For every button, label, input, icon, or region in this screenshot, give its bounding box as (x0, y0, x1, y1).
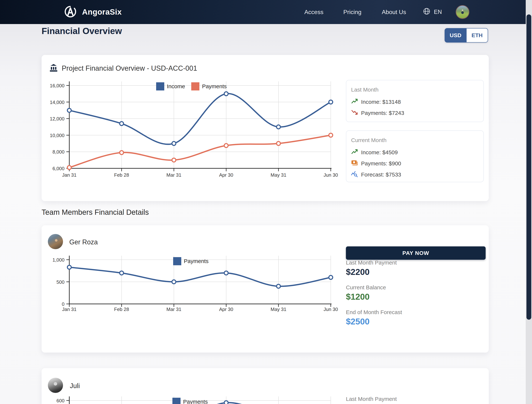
legend-swatch (191, 82, 199, 91)
payments-icon (351, 159, 358, 168)
globe-icon (423, 7, 431, 17)
last-month-panel: Last Month Income: $13148 Payme (346, 80, 484, 122)
overview-card-title: Project Financial Overview - USD-ACC-001 (62, 64, 197, 72)
last-month-payments-text: Payments: $7243 (361, 110, 404, 116)
legend-label: Payments (183, 399, 208, 404)
data-point-Income (120, 122, 124, 126)
nav-link-pricing[interactable]: Pricing (343, 9, 361, 16)
scrollbar-thumb[interactable] (526, 14, 531, 320)
y-tick-label: 10,000 (50, 133, 64, 138)
data-point-Payments (172, 158, 176, 162)
data-point-Income (224, 92, 228, 96)
data-point-Income (329, 100, 333, 104)
series-line-Payments (69, 135, 331, 168)
navbar: AngoraSix Access Pricing About Us EN (0, 0, 526, 24)
x-tick-label: Jun 30 (323, 172, 338, 178)
x-tick-label: Jan 31 (62, 306, 76, 312)
card-header: Project Financial Overview - USD-ACC-001 (49, 64, 197, 73)
chart-legend: IncomePayments (156, 82, 227, 91)
y-tick-label: 600 (57, 398, 64, 404)
data-point-Payments (67, 166, 71, 169)
legend-swatch (172, 398, 181, 404)
y-tick-label: 14,000 (50, 99, 64, 105)
data-point-Payments (277, 142, 280, 145)
data-point-Payments (120, 271, 124, 275)
toggle-usd-button[interactable]: USD (445, 28, 467, 43)
stat-value-current-balance: $1200 (346, 292, 402, 302)
current-month-payments-text: Payments: $900 (361, 160, 401, 167)
last-month-income-text: Income: $13148 (361, 99, 401, 105)
current-month-panel: Current Month Income: $4509 (346, 130, 484, 182)
project-financial-overview-card: 6,0008,00010,00012,00014,00016,000Jan 31… (42, 55, 489, 201)
data-point-Payments (329, 133, 333, 137)
member-avatar (48, 378, 63, 393)
data-point-Payments (277, 284, 280, 288)
trending-up-icon (351, 98, 358, 106)
data-point-Payments (224, 143, 228, 147)
legend-entry-payments: Payments (172, 398, 208, 404)
member-name: Juli (70, 382, 80, 390)
juli-line-chart: 0300600Jan 31Feb 28Mar 31Apr 30May 31Jun… (42, 368, 489, 404)
legend-entry-payments: Payments (173, 257, 209, 265)
legend-entry-income: Income (156, 82, 185, 91)
angorasix-logo-icon (64, 6, 76, 19)
x-tick-label: May 31 (271, 306, 286, 312)
stat-label-current-balance: Current Balance (346, 284, 402, 291)
member-name: Ger Roza (69, 238, 98, 246)
current-month-income-text: Income: $4509 (361, 149, 398, 156)
legend-label: Payments (184, 258, 209, 264)
data-point-Payments (120, 150, 124, 155)
trending-up-icon (351, 148, 358, 156)
stat-label-last-month-payment: Last Month Payment (346, 260, 402, 266)
data-point-Payments (224, 271, 228, 275)
nav-link-access[interactable]: Access (304, 9, 323, 16)
last-month-income-row: Income: $13148 (351, 98, 479, 106)
member-stats: Last Month Payment $2200 Current Balance… (346, 260, 402, 334)
toggle-eth-button[interactable]: ETH (467, 28, 488, 43)
legend-swatch (156, 82, 164, 91)
data-point-Income (277, 125, 280, 129)
current-month-income-row: Income: $4509 (351, 148, 479, 156)
member-card-juli: 0300600Jan 31Feb 28Mar 31Apr 30May 31Jun… (42, 368, 489, 404)
data-point-Income (172, 142, 176, 145)
ger-roza-line-chart: 05001,000Jan 31Feb 28Mar 31Apr 30May 31J… (42, 225, 489, 322)
x-tick-label: Feb 28 (114, 172, 129, 178)
y-tick-label: 12,000 (50, 116, 64, 122)
scrollbar-track[interactable] (526, 0, 532, 404)
member-card-ger-roza: 05001,000Jan 31Feb 28Mar 31Apr 30May 31J… (42, 225, 489, 352)
language-label: EN (434, 9, 442, 15)
data-point-Payments (224, 401, 228, 404)
page-title: Financial Overview (42, 26, 122, 36)
current-month-forecast-text: Forecast: $7533 (361, 171, 401, 178)
legend-label: Income (167, 83, 185, 90)
nav-link-about-us[interactable]: About Us (382, 9, 406, 16)
y-tick-label: 1,000 (52, 257, 64, 263)
language-selector[interactable]: EN (423, 7, 442, 17)
brand[interactable]: AngoraSix (64, 0, 122, 24)
brand-name: AngoraSix (82, 8, 122, 16)
last-month-title: Last Month (351, 87, 479, 93)
series-line-Income (69, 94, 331, 144)
line-chart-svg: 0300600Jan 31Feb 28Mar 31Apr 30May 31Jun… (42, 368, 489, 404)
series-line-Payments (69, 267, 331, 286)
bank-icon (49, 64, 58, 73)
x-tick-label: Apr 30 (219, 172, 233, 178)
y-tick-label: 6,000 (52, 166, 64, 171)
chart-legend: Payments (173, 257, 209, 265)
data-point-Payments (172, 280, 176, 284)
legend-entry-payments: Payments (191, 82, 227, 91)
x-tick-label: Mar 31 (166, 306, 181, 312)
forecast-icon (351, 170, 358, 179)
data-point-Income (67, 108, 71, 112)
legend-label: Payments (202, 83, 227, 90)
line-chart-svg: 05001,000Jan 31Feb 28Mar 31Apr 30May 31J… (42, 225, 489, 321)
current-month-payments-row: Payments: $900 (351, 159, 479, 168)
page-background: AngoraSix Access Pricing About Us EN Fin… (0, 0, 532, 404)
user-avatar[interactable] (456, 5, 469, 19)
current-month-title: Current Month (351, 137, 479, 143)
y-tick-label: 16,000 (50, 83, 64, 88)
pay-now-button[interactable]: PAY NOW (346, 246, 486, 260)
x-tick-label: Mar 31 (166, 172, 181, 178)
x-tick-label: Apr 30 (219, 306, 233, 312)
last-month-payments-row: Payments: $7243 (351, 109, 479, 117)
